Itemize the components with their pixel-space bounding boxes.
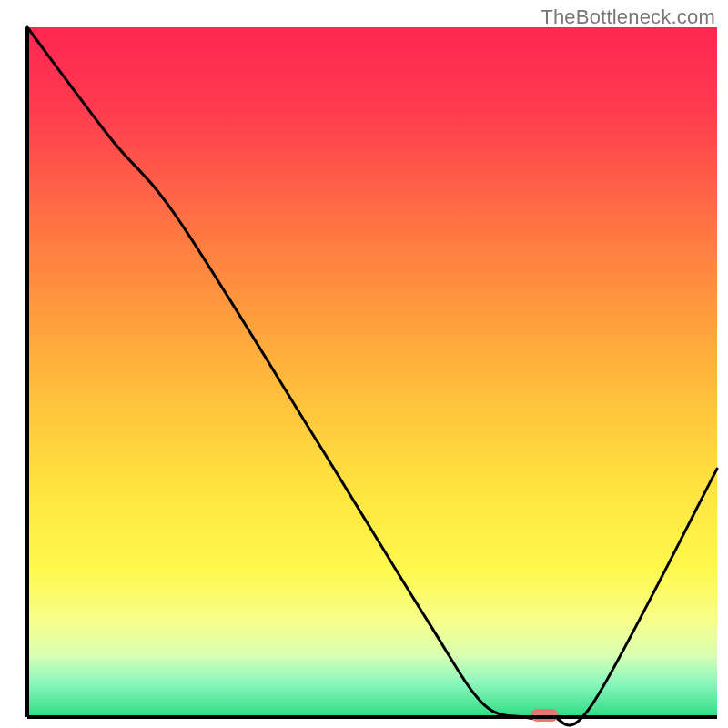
plot-background <box>27 27 717 717</box>
watermark-text: TheBottleneck.com <box>541 5 715 29</box>
chart-container: TheBottleneck.com <box>0 0 728 728</box>
chart-svg <box>0 0 728 728</box>
